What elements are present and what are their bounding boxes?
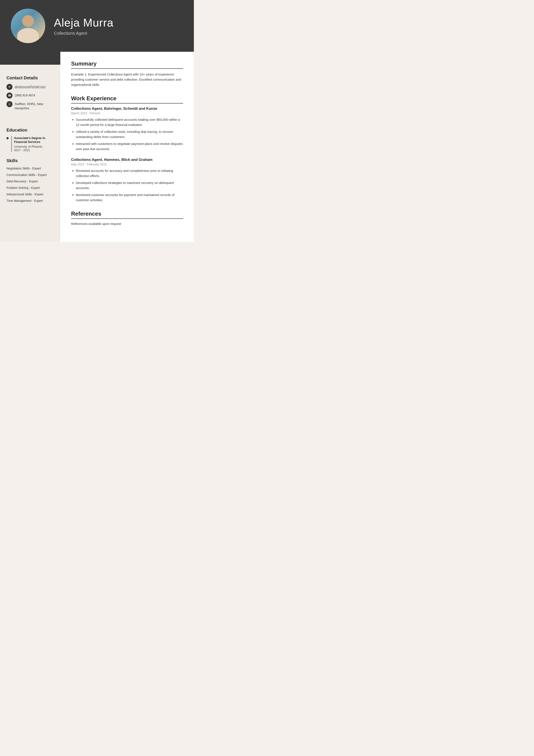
resume-body: Contact Details ✉ alejamurra@gmail.com ☎… bbox=[0, 52, 194, 242]
email-link[interactable]: alejamurra@gmail.com bbox=[15, 85, 46, 88]
skill-item: Interpersonal Skills - Expert bbox=[7, 193, 54, 196]
contact-phone-item: ☎ (366) 919 4874 bbox=[7, 93, 54, 98]
sidebar: Contact Details ✉ alejamurra@gmail.com ☎… bbox=[0, 52, 60, 242]
education-school: University of Phoenix bbox=[14, 145, 54, 148]
education-details: Associate's Degree in Financial Services… bbox=[11, 136, 54, 151]
skill-item: Debt Recovery - Expert bbox=[7, 180, 54, 183]
contact-email-item: ✉ alejamurra@gmail.com bbox=[7, 84, 54, 90]
email-value: alejamurra@gmail.com bbox=[15, 84, 46, 89]
avatar-image bbox=[11, 9, 45, 43]
chevron-decoration bbox=[0, 52, 60, 69]
job-bullets: Successfully collected delinquent accoun… bbox=[71, 117, 183, 151]
education-years: 2017 - 2021 bbox=[14, 148, 54, 152]
job-date: March 2023 - Present bbox=[71, 112, 183, 115]
skill-item: Problem Solving - Expert bbox=[7, 186, 54, 190]
phone-value: (366) 919 4874 bbox=[15, 93, 35, 98]
education-item: Associate's Degree in Financial Services… bbox=[7, 136, 54, 151]
job-bullet-item: Developed collections strategies to maxi… bbox=[76, 180, 183, 191]
references-section-title: References bbox=[71, 210, 183, 219]
contact-section-title: Contact Details bbox=[7, 75, 54, 80]
job-bullet-item: Reviewed accounts for accuracy and compl… bbox=[76, 168, 183, 178]
skill-item: Time Management - Expert bbox=[7, 199, 54, 202]
job-entry: Collections Agent, Hammes, Blick and Gra… bbox=[71, 158, 183, 203]
job-date: May 2021 - February 2023 bbox=[71, 163, 183, 166]
summary-section: Summary Example 1: Experienced Collectio… bbox=[71, 60, 183, 87]
job-bullet-item: Successfully collected delinquent accoun… bbox=[76, 117, 183, 127]
job-bullet-item: Utilized a variety of collection tools, … bbox=[76, 129, 183, 140]
education-degree: Associate's Degree in Financial Services bbox=[14, 136, 54, 144]
contact-section: Contact Details ✉ alejamurra@gmail.com ☎… bbox=[7, 75, 54, 110]
summary-section-title: Summary bbox=[71, 60, 183, 69]
main-content: Summary Example 1: Experienced Collectio… bbox=[60, 52, 194, 242]
job-bullet-item: Interacted with customers to negotiate p… bbox=[76, 141, 183, 151]
avatar bbox=[11, 9, 45, 43]
phone-icon: ☎ bbox=[7, 93, 13, 98]
candidate-title: Collections Agent bbox=[54, 31, 114, 36]
header-text-block: Aleja Murra Collections Agent bbox=[54, 16, 114, 36]
skill-item: Negotiation Skills - Expert bbox=[7, 167, 54, 170]
job-title: Collections Agent, Hammes, Blick and Gra… bbox=[71, 158, 183, 162]
email-icon: ✉ bbox=[7, 84, 13, 90]
education-bullet bbox=[7, 137, 9, 139]
location-icon: ⊙ bbox=[7, 101, 13, 107]
jobs-list: Collections Agent, Bahringer, Schmidt an… bbox=[71, 107, 183, 203]
resume-header: Aleja Murra Collections Agent bbox=[0, 0, 194, 52]
work-experience-title: Work Experience bbox=[71, 95, 183, 103]
candidate-name: Aleja Murra bbox=[54, 16, 114, 29]
skills-section-title: Skills bbox=[7, 158, 54, 163]
skill-item: Communication Skills - Expert bbox=[7, 173, 54, 176]
job-entry: Collections Agent, Bahringer, Schmidt an… bbox=[71, 107, 183, 151]
contact-location-item: ⊙ Swiftton, 63951, New Hampshire bbox=[7, 101, 54, 110]
skills-list: Negotiation Skills - ExpertCommunication… bbox=[7, 167, 54, 202]
job-title: Collections Agent, Bahringer, Schmidt an… bbox=[71, 107, 183, 111]
references-section: References References available upon req… bbox=[71, 210, 183, 226]
job-bullets: Reviewed accounts for accuracy and compl… bbox=[71, 168, 183, 203]
education-section: Education Associate's Degree in Financia… bbox=[7, 128, 54, 151]
references-text: References available upon request bbox=[71, 222, 183, 226]
skills-section: Skills Negotiation Skills - ExpertCommun… bbox=[7, 158, 54, 202]
job-bullet-item: Monitored customer accounts for payment … bbox=[76, 192, 183, 203]
education-section-title: Education bbox=[7, 128, 54, 133]
education-bar: Associate's Degree in Financial Services… bbox=[11, 136, 54, 151]
location-value: Swiftton, 63951, New Hampshire bbox=[15, 101, 54, 110]
work-experience-section: Work Experience Collections Agent, Bahri… bbox=[71, 95, 183, 203]
summary-text: Example 1: Experienced Collections Agent… bbox=[71, 72, 183, 87]
